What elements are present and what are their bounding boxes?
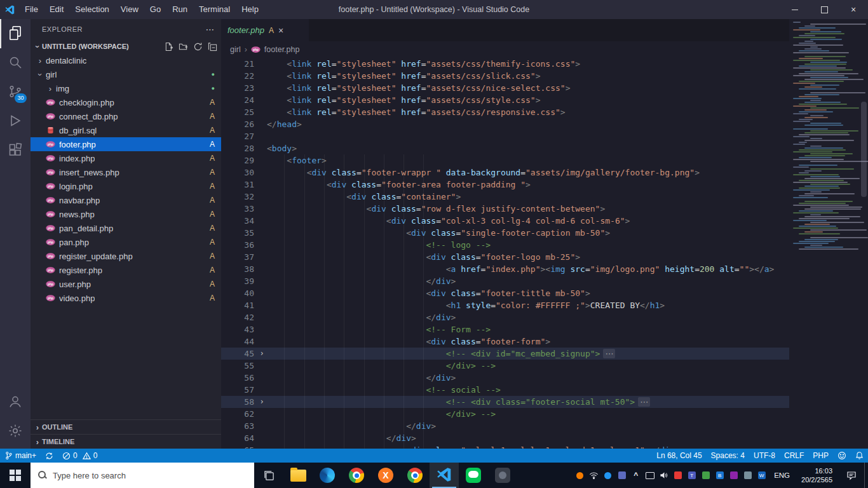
bluetooth-tray-icon[interactable]: B	[715, 471, 724, 480]
menu-go[interactable]: Go	[144, 0, 166, 19]
taskbar-app-chrome[interactable]	[342, 463, 371, 488]
volume-tray-icon[interactable]	[659, 471, 668, 480]
messenger-tray-icon[interactable]	[603, 471, 613, 480]
tree-item-register-php[interactable]: phpregister.phpA	[31, 263, 221, 277]
code-line-65[interactable]: 65 <div class="col-xl-1 col-lg-1 col-md-…	[221, 444, 789, 449]
tree-item-video-php[interactable]: phpvideo.phpA	[31, 291, 221, 305]
code-line-21[interactable]: 21 <link rel="stylesheet" href="assets/c…	[221, 58, 789, 70]
taskbar-app-edge[interactable]	[313, 463, 342, 488]
tree-item-news-php[interactable]: phpnews.phpA	[31, 207, 221, 221]
feedback-smiley-icon[interactable]	[833, 449, 851, 463]
tree-item-insert-news-php[interactable]: phpinsert_news.phpA	[31, 165, 221, 179]
tree-item-connect-db-php[interactable]: phpconnect_db.phpA	[31, 109, 221, 123]
sync-button[interactable]	[41, 449, 58, 463]
breadcrumb[interactable]: girl›phpfooter.php	[221, 41, 868, 58]
tree-item-checklogin-php[interactable]: phpchecklogin.phpA	[31, 95, 221, 109]
word-tray-icon[interactable]: W	[757, 471, 766, 480]
code-line-63[interactable]: 63 </div>	[221, 420, 789, 432]
code-line-30[interactable]: 30 <div class="footer-wrappr " data-back…	[221, 166, 789, 179]
code-line-57[interactable]: 57 <!-- social -->	[221, 384, 789, 396]
code-line-43[interactable]: 43 <!-- Form -->	[221, 323, 789, 336]
green-tray-icon[interactable]	[701, 471, 710, 480]
gray-tray-icon[interactable]	[743, 471, 752, 480]
code-line-29[interactable]: 29 <footer>	[221, 154, 789, 166]
tree-item-girl[interactable]: ›girl●	[31, 67, 221, 81]
scrollbar-slider[interactable]	[861, 102, 867, 197]
tree-item-navbar-php[interactable]: phpnavbar.phpA	[31, 193, 221, 207]
maximize-button[interactable]	[810, 0, 839, 19]
new-folder-icon[interactable]	[179, 42, 188, 51]
code-line-41[interactable]: 41 <h1 style="color: #FFFFFF ;">CREATED …	[221, 299, 789, 311]
tree-item-footer-php[interactable]: phpfooter.phpA	[31, 137, 221, 151]
section-outline[interactable]: ›OUTLINE	[31, 419, 221, 434]
tree-item-index-php[interactable]: phpindex.phpA	[31, 151, 221, 165]
code-line-37[interactable]: 37 <div class="footer-logo mb-25">	[221, 251, 789, 263]
branch-indicator[interactable]: main+	[0, 449, 41, 463]
menu-edit[interactable]: Edit	[44, 0, 69, 19]
action-center-button[interactable]	[839, 463, 864, 488]
code-line-33[interactable]: 33 <div class="row d-flex justify-conten…	[221, 203, 789, 215]
code-line-22[interactable]: 22 <link rel="stylesheet" href="assets/c…	[221, 70, 789, 82]
input-language[interactable]: ENG	[769, 463, 795, 488]
code-line-28[interactable]: 28<body>	[221, 142, 789, 154]
minimize-button[interactable]	[780, 0, 810, 19]
new-file-icon[interactable]	[164, 42, 173, 51]
start-button[interactable]	[0, 463, 31, 488]
task-view-button[interactable]	[254, 463, 283, 488]
workspace-row[interactable]: › UNTITLED (WORKSPACE)	[31, 39, 221, 53]
code-line-58[interactable]: 58› <!-- <div class="footer-social mt-50…	[221, 396, 789, 408]
section-timeline[interactable]: ›TIMELINE	[31, 434, 221, 449]
code-line-24[interactable]: 24 <link rel="stylesheet" href="assets/c…	[221, 94, 789, 106]
show-desktop-button[interactable]	[864, 463, 868, 488]
activity-extensions[interactable]	[0, 136, 31, 165]
menu-file[interactable]: File	[19, 0, 44, 19]
taskbar-app-vscode[interactable]	[430, 463, 459, 488]
hidden-icons-button[interactable]: ^	[631, 471, 641, 480]
cursor-position[interactable]: Ln 68, Col 45	[652, 449, 706, 463]
folded-code-ellipsis[interactable]: ⋯	[638, 397, 650, 407]
code-line-39[interactable]: 39 </div>	[221, 275, 789, 287]
more-actions-icon[interactable]: ⋯	[206, 24, 215, 34]
wifi-tray-icon[interactable]	[589, 471, 599, 480]
code-line-34[interactable]: 34 <div class="col-xl-3 col-lg-4 col-md-…	[221, 215, 789, 227]
tree-item-pan-php[interactable]: phppan.phpA	[31, 235, 221, 249]
shield-tray-icon[interactable]	[617, 471, 627, 480]
code-line-55[interactable]: 55 </div> -->	[221, 360, 789, 372]
xampp-tray-icon[interactable]	[575, 471, 585, 480]
breadcrumb-item[interactable]: girl	[230, 45, 241, 54]
taskbar-app-chrome-profile[interactable]	[400, 463, 430, 488]
code-line-32[interactable]: 32 <div class="container">	[221, 191, 789, 203]
tree-item-img[interactable]: ›img●	[31, 81, 221, 95]
breadcrumb-item[interactable]: footer.php	[264, 45, 300, 54]
taskbar-app-file-explorer[interactable]	[283, 463, 313, 488]
activity-settings[interactable]	[0, 417, 31, 446]
tree-item-register-update-php[interactable]: phpregister_update.phpA	[31, 249, 221, 263]
code-line-44[interactable]: 44 <div class="footer-form">	[221, 336, 789, 348]
network-tray-icon[interactable]	[645, 471, 654, 480]
taskbar-app-app-dark[interactable]	[488, 463, 517, 488]
code-line-64[interactable]: 64 </div>	[221, 432, 789, 444]
code-line-45[interactable]: 45› <!-- <div id="mc_embed_signup">⋯	[221, 348, 789, 360]
purple-tray-icon[interactable]	[729, 471, 738, 480]
teams-tray-icon[interactable]: T	[687, 471, 696, 480]
code-line-40[interactable]: 40 <div class="footer-tittle mb-50">	[221, 287, 789, 299]
code-line-56[interactable]: 56 </div>	[221, 372, 789, 384]
code-line-62[interactable]: 62 </div> -->	[221, 408, 789, 420]
tree-item-pan-detail-php[interactable]: phppan_detail.phpA	[31, 221, 221, 235]
code-line-26[interactable]: 26</head>	[221, 118, 789, 130]
collapse-all-icon[interactable]	[208, 42, 217, 51]
code-line-35[interactable]: 35 <div class="single-footer-caption mb-…	[221, 227, 789, 239]
minimap[interactable]	[789, 19, 868, 449]
activity-source-control[interactable]: 30	[0, 78, 31, 107]
problems-indicator[interactable]: 0 0	[58, 449, 102, 463]
menu-terminal[interactable]: Terminal	[193, 0, 236, 19]
code-line-31[interactable]: 31 <div class="footer-area footer-paddin…	[221, 179, 789, 191]
menu-run[interactable]: Run	[166, 0, 193, 19]
language-mode[interactable]: PHP	[808, 449, 833, 463]
activity-search[interactable]	[0, 48, 31, 78]
indentation-setting[interactable]: Spaces: 4	[707, 449, 749, 463]
activity-run-debug[interactable]	[0, 107, 31, 136]
code-line-38[interactable]: 38 <a href="index.php"><img src="img/log…	[221, 263, 789, 275]
taskbar-clock[interactable]: 16:03 20/2/2565	[795, 463, 839, 488]
taskbar-app-xampp[interactable]: X	[371, 463, 400, 488]
